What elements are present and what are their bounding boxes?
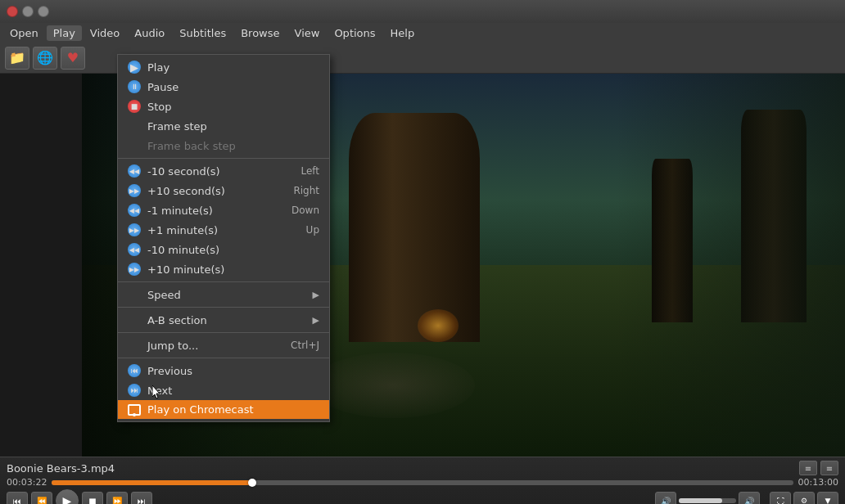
rewind-10s-icon: ◀◀: [128, 164, 141, 178]
max-volume-button[interactable]: 🔊: [739, 492, 760, 504]
menu-previous-item[interactable]: ⏮ Previous: [118, 361, 329, 380]
menu-plus-10m-item[interactable]: ▶▶ +10 minute(s): [118, 259, 329, 279]
ffwd-1m-icon: ▶▶: [128, 223, 141, 236]
play-pause-button[interactable]: ▶: [56, 489, 79, 504]
favorites-button[interactable]: ♥: [61, 47, 85, 70]
menu-frame-step-item[interactable]: Frame step: [118, 116, 329, 136]
menu-next-item[interactable]: ⏭ Next: [118, 380, 329, 400]
skip-back-button[interactable]: ⏮: [7, 492, 28, 504]
previous-icon: ⏮: [128, 364, 141, 377]
ffwd-10s-icon: ▶▶: [128, 184, 141, 197]
rewind-10m-icon: ◀◀: [128, 243, 141, 256]
next-icon: ⏭: [128, 384, 141, 397]
speed-arrow-icon: ▶: [313, 290, 319, 300]
left-panel: [0, 74, 82, 457]
rewind-button[interactable]: ⏪: [31, 492, 52, 504]
menu-minus-10m-item[interactable]: ◀◀ -10 minute(s): [118, 240, 329, 259]
menu-open[interactable]: Open: [3, 25, 45, 41]
current-time: 00:03:22: [7, 477, 47, 488]
menu-jump-to-item[interactable]: Jump to... Ctrl+J: [118, 335, 329, 355]
menu-frame-back-step-item: Frame back step: [118, 136, 329, 155]
titlebar-buttons: [7, 6, 49, 17]
menu-pause-item[interactable]: ⏸ Pause: [118, 77, 329, 97]
skip-forward-button[interactable]: ⏭: [131, 492, 152, 504]
mute-button[interactable]: 🔊: [655, 492, 676, 504]
filename-label: Boonie Bears-3.mp4: [7, 462, 796, 475]
pause-icon: ⏸: [128, 80, 141, 93]
progress-fill: [52, 480, 251, 485]
globe-icon: 🌐: [37, 50, 53, 65]
volume-slider[interactable]: [679, 498, 736, 503]
titlebar: [0, 0, 845, 23]
speed-icon: [128, 288, 141, 301]
menu-chromecast-item[interactable]: Play on Chromecast: [118, 400, 329, 419]
menu-view[interactable]: View: [288, 25, 327, 41]
stop-button[interactable]: ■: [82, 492, 103, 504]
minimize-button[interactable]: [22, 6, 34, 17]
volume-area: 🔊 🔊: [655, 492, 760, 504]
menu-subtitles[interactable]: Subtitles: [173, 25, 233, 41]
controls-top-row: Boonie Bears-3.mp4 ≡ ≡: [0, 457, 845, 477]
menu-plus-1m-item[interactable]: ▶▶ +1 minute(s) Up: [118, 220, 329, 240]
controls-bar: Boonie Bears-3.mp4 ≡ ≡ 00:03:22 00:13:00…: [0, 457, 845, 504]
menu-stop-item[interactable]: ■ Stop: [118, 97, 329, 116]
menu-speed-item[interactable]: Speed ▶: [118, 285, 329, 304]
frame-back-icon: [128, 139, 141, 152]
ffwd-10m-icon: ▶▶: [128, 263, 141, 276]
ab-section-icon: [128, 313, 141, 326]
playlist-btn[interactable]: ≡: [799, 461, 817, 475]
controls-bottom-row: ⏮ ⏪ ▶ ■ ⏩ ⏭ 🔊 🔊 ⛶ ⚙ ▼: [0, 488, 845, 504]
ab-arrow-icon: ▶: [313, 315, 319, 326]
extended-btn[interactable]: ≡: [820, 461, 838, 475]
open-folder-button[interactable]: 📁: [5, 47, 29, 70]
more-button[interactable]: ▼: [817, 492, 838, 504]
progress-handle[interactable]: [248, 479, 256, 487]
play-dropdown-menu: ▶ Play ⏸ Pause ■ Stop Frame step Frame b…: [117, 54, 330, 422]
menubar: Open Play Video Audio Subtitles Browse V…: [0, 23, 845, 43]
volume-fill: [679, 498, 722, 503]
menu-play[interactable]: Play: [47, 25, 82, 41]
frame-step-icon: [128, 119, 141, 133]
menu-play-item[interactable]: ▶ Play: [118, 57, 329, 77]
fullscreen-button[interactable]: ⛶: [770, 492, 791, 504]
progress-row: 00:03:22 00:13:00: [0, 477, 845, 488]
close-button[interactable]: [7, 6, 18, 17]
menu-plus-10s-item[interactable]: ▶▶ +10 second(s) Right: [118, 181, 329, 200]
menu-minus-1m-item[interactable]: ◀◀ -1 minute(s) Down: [118, 200, 329, 220]
menu-video[interactable]: Video: [84, 25, 126, 41]
rewind-1m-icon: ◀◀: [128, 204, 141, 217]
play-icon: ▶: [128, 61, 141, 74]
jump-icon: [128, 339, 141, 352]
progress-bar[interactable]: [52, 480, 793, 485]
menu-ab-section-item[interactable]: A-B section ▶: [118, 310, 329, 330]
menu-browse[interactable]: Browse: [234, 25, 286, 41]
menu-audio[interactable]: Audio: [128, 25, 171, 41]
fast-forward-button[interactable]: ⏩: [106, 492, 128, 504]
chromecast-icon: [128, 404, 141, 416]
extra-buttons: ⛶ ⚙ ▼: [770, 492, 838, 504]
folder-icon: 📁: [9, 50, 25, 65]
heart-icon: ♥: [67, 50, 79, 65]
stop-icon: ■: [128, 100, 141, 113]
menu-options[interactable]: Options: [328, 25, 382, 41]
settings-button[interactable]: ⚙: [793, 492, 815, 504]
network-button[interactable]: 🌐: [33, 47, 57, 70]
total-time: 00:13:00: [798, 477, 838, 488]
menu-help[interactable]: Help: [384, 25, 422, 41]
maximize-button[interactable]: [38, 6, 49, 17]
menu-minus-10s-item[interactable]: ◀◀ -10 second(s) Left: [118, 161, 329, 181]
